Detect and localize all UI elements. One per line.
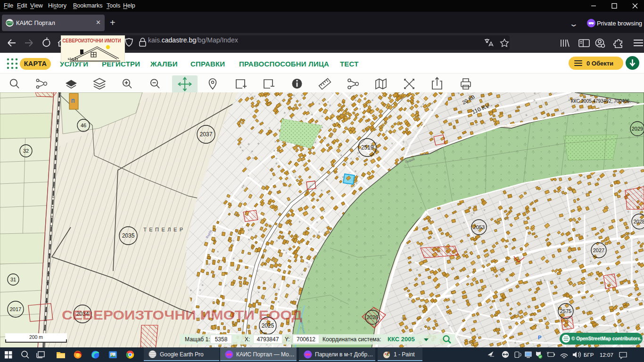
svg-text:2037: 2037 <box>200 131 213 138</box>
svg-text:2025: 2025 <box>262 322 274 329</box>
svg-text:P: P <box>538 335 541 340</box>
svg-text:2575: 2575 <box>560 308 571 314</box>
svg-text:П: П <box>71 99 74 104</box>
svg-text:31: 31 <box>10 277 16 282</box>
svg-text:2026: 2026 <box>367 314 378 320</box>
svg-text:2053: 2053 <box>473 224 485 230</box>
svg-text:2519: 2519 <box>361 144 374 151</box>
svg-text:2028: 2028 <box>634 219 644 224</box>
svg-text:БГР: БГР <box>584 352 594 358</box>
svg-text:ККС 2005 4793492, 700406.: ККС 2005 4793492, 700406. <box>571 99 631 104</box>
svg-text:32: 32 <box>23 148 29 154</box>
svg-text:2017: 2017 <box>10 306 21 312</box>
svg-text:ТЕПЕЛЕР: ТЕПЕЛЕР <box>143 227 186 232</box>
svg-text:46: 46 <box>81 123 86 128</box>
svg-text:2035: 2035 <box>122 232 135 239</box>
svg-text:2029: 2029 <box>632 126 643 132</box>
svg-text:12:07: 12:07 <box>600 352 613 358</box>
svg-text:СЕВЕРОИЗТОЧНИ ИМОТИ ЕООД: СЕВЕРОИЗТОЧНИ ИМОТИ ЕООД <box>62 308 302 322</box>
svg-text:2027: 2027 <box>593 247 604 253</box>
